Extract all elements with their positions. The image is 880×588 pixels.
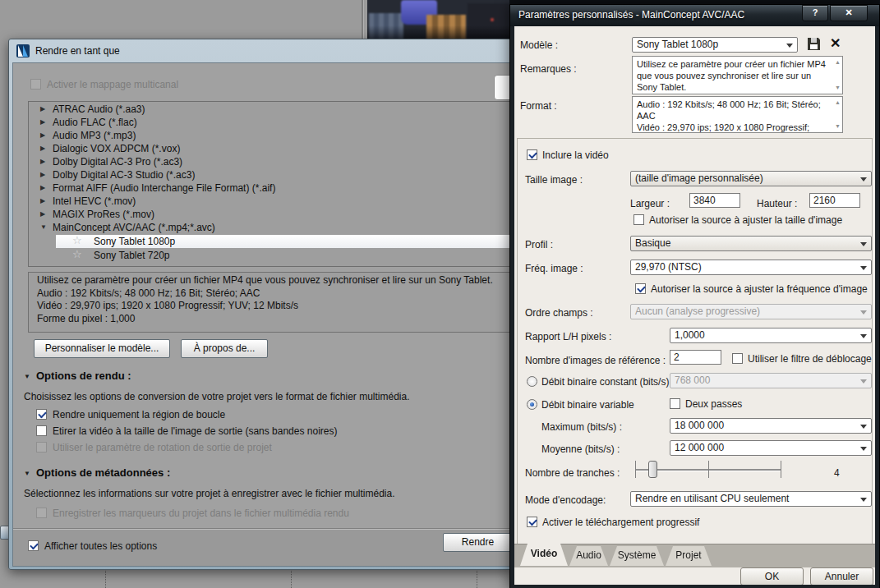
slices-value: 4 (834, 467, 840, 479)
scroll-down-icon[interactable]: ▼ (835, 123, 841, 130)
avg-bitrate-label: Moyenne (bits/s) : (541, 443, 620, 455)
frame-size-combo[interactable]: (taille d'image personnalisée) (630, 171, 872, 186)
framerate-combo[interactable]: 29,970 (NTSC) (630, 260, 872, 275)
format-list-item[interactable]: ▶Format AIFF (Audio Interchange File For… (29, 181, 510, 195)
scroll-up-icon[interactable]: ▲ (835, 59, 841, 66)
encode-mode-value: Rendre en utilisant CPU seulement (635, 493, 789, 504)
format-line: Vidéo : 29,970 ips; 1920 x 1080 Progress… (637, 122, 829, 133)
include-video-checkbox[interactable] (527, 149, 537, 160)
cbr-label[interactable]: Débit binaire constant (bits/s) : (541, 376, 675, 388)
model-label: Modèle : (520, 39, 558, 51)
tab-project[interactable]: Projet (666, 546, 712, 566)
render-dialog-titlebar[interactable]: Rendre en tant que (9, 39, 512, 62)
about-button[interactable]: À propos de... (181, 339, 268, 358)
tree-collapsed-icon: ▶ (40, 129, 45, 142)
scroll-down-icon[interactable]: ▼ (835, 85, 841, 91)
format-list-item-label: Dolby Digital AC-3 Studio (*.ac3) (53, 168, 195, 181)
render-as-dialog: Rendre en tant que Activer le mappage mu… (8, 39, 513, 570)
timeline-gridline (291, 568, 293, 588)
template-description-box: Utilisez ce paramètre pour créer un fich… (28, 272, 510, 333)
two-pass-checkbox[interactable] (670, 398, 680, 409)
delete-template-icon[interactable]: ✕ (830, 37, 841, 50)
format-list-item-expanded[interactable]: ▼MainConcept AVC/AAC (*.mp4;*.avc) (29, 221, 510, 234)
multichannel-label: Activer le mappage multicanal (47, 79, 178, 90)
cancel-button[interactable]: Annuler (810, 567, 873, 585)
render-button[interactable]: Rendre (443, 533, 510, 552)
deblocking-label[interactable]: Utiliser le filtre de déblocage (748, 353, 872, 365)
show-all-options-label[interactable]: Afficher toutes les options (44, 540, 157, 552)
allow-resize-label[interactable]: Autoriser la source à ajuster la taille … (649, 214, 842, 226)
stretch-video-checkbox[interactable] (36, 425, 47, 436)
slider-handle[interactable] (648, 461, 657, 478)
tree-expanded-icon: ▼ (40, 221, 47, 234)
section-collapse-icon[interactable]: ▼ (24, 373, 30, 380)
format-list-item[interactable]: ▶Dialogic VOX ADPCM (*.vox) (29, 142, 510, 155)
format-list-item[interactable]: ▶Dolby Digital AC-3 Studio (*.ac3) (29, 168, 510, 181)
max-bitrate-value: 18 000 000 (675, 420, 724, 431)
format-list-item[interactable]: ▶Dolby Digital AC-3 Pro (*.ac3) (29, 155, 510, 168)
allow-framerate-label[interactable]: Autoriser la source à ajuster la fréquen… (651, 283, 868, 295)
profile-combo[interactable]: Basique (630, 236, 872, 251)
save-markers-label: Enregistrer les marqueurs du projet dans… (53, 508, 349, 519)
format-list-item[interactable]: ▶Intel HEVC (*.mov) (29, 195, 510, 208)
rotation-checkbox (36, 442, 47, 452)
progressive-download-checkbox[interactable] (527, 517, 537, 527)
format-list-item-label: MAGIX ProRes (*.mov) (53, 208, 154, 221)
ref-frames-input[interactable] (670, 350, 721, 365)
allow-resize-checkbox[interactable] (634, 214, 644, 225)
slices-slider[interactable] (635, 458, 781, 481)
star-icon: ☆ (72, 248, 82, 261)
multichannel-checkbox (30, 79, 41, 90)
metadata-options-header[interactable]: Options de métadonnées : (36, 466, 170, 479)
max-bitrate-combo[interactable]: 18 000 000 (670, 418, 872, 434)
section-collapse-icon[interactable]: ▼ (24, 470, 30, 477)
help-button[interactable]: ? (802, 5, 828, 21)
vbr-label[interactable]: Débit binaire variable (541, 399, 634, 411)
render-options-header[interactable]: Options de rendu : (36, 370, 131, 382)
tab-audio[interactable]: Audio (569, 546, 608, 566)
cbr-radio[interactable] (527, 376, 537, 387)
pixel-aspect-label: Rapport L/H pixels : (525, 331, 611, 342)
format-list-item-label: Audio MP3 (*.mp3) (53, 129, 136, 142)
avg-bitrate-combo[interactable]: 12 000 000 (670, 440, 872, 456)
max-bitrate-label: Maximum (bits/s) : (541, 421, 622, 433)
show-all-options-checkbox[interactable] (28, 540, 39, 551)
timeline-gridline (477, 568, 478, 588)
scroll-up-icon[interactable]: ▲ (835, 99, 841, 106)
save-template-icon[interactable] (808, 38, 820, 50)
loop-region-checkbox[interactable] (36, 409, 47, 420)
loop-region-label[interactable]: Rendre uniquement la région de boucle (53, 409, 225, 420)
two-pass-label[interactable]: Deux passes (685, 398, 742, 410)
height-input[interactable] (809, 193, 860, 208)
format-list-item[interactable]: ▶Audio FLAC (*.flac) (29, 116, 510, 129)
customize-template-button[interactable]: Personnaliser le modèle... (34, 339, 170, 358)
format-box[interactable]: Audio : 192 Kbits/s; 48 000 Hz; 16 Bit; … (632, 96, 843, 133)
format-list-item[interactable]: ▶Audio MP3 (*.mp3) (29, 129, 510, 142)
format-list-item[interactable]: ▶MAGIX ProRes (*.mov) (29, 208, 510, 221)
allow-framerate-checkbox[interactable] (635, 283, 646, 294)
model-combo[interactable]: Sony Tablet 1080p (632, 37, 798, 53)
tab-system[interactable]: Système (610, 546, 664, 566)
format-template-list[interactable]: ▶ATRAC Audio (*.aa3) ▶Audio FLAC (*.flac… (28, 101, 510, 267)
framerate-value: 29,970 (NTSC) (635, 261, 702, 273)
width-input[interactable] (689, 193, 740, 208)
format-list-item[interactable]: ▶ATRAC Audio (*.aa3) (29, 103, 510, 116)
deblocking-checkbox[interactable] (732, 353, 743, 364)
pixel-aspect-combo[interactable]: 1,0000 (670, 328, 872, 343)
format-list-item-label: Intel HEVC (*.mov) (53, 195, 136, 208)
description-line: Audio : 192 Kbits/s; 48 000 Hz; 16 Bit; … (37, 287, 510, 301)
ok-button[interactable]: OK (740, 567, 804, 585)
encode-mode-combo[interactable]: Rendre en utilisant CPU seulement (630, 491, 872, 507)
stretch-video-label[interactable]: Etirer la vidéo à la taille de l'image d… (53, 425, 337, 437)
partially-hidden-button[interactable] (494, 75, 510, 100)
template-item-selected[interactable]: ☆Sony Tablet 1080p (29, 235, 510, 248)
close-button[interactable]: ✕ (830, 5, 868, 21)
tab-video[interactable]: Vidéo (520, 544, 568, 566)
template-item[interactable]: ☆Sony Tablet 720p (29, 249, 510, 262)
tree-collapsed-icon: ▶ (40, 103, 45, 116)
notes-box[interactable]: Utilisez ce paramètre pour créer un fich… (632, 56, 843, 94)
progressive-download-label[interactable]: Activer le téléchargement progressif (542, 517, 699, 528)
format-list-item-label: ATRAC Audio (*.aa3) (53, 103, 145, 116)
vbr-radio[interactable] (527, 399, 537, 410)
include-video-label[interactable]: Inclure la vidéo (542, 149, 609, 161)
